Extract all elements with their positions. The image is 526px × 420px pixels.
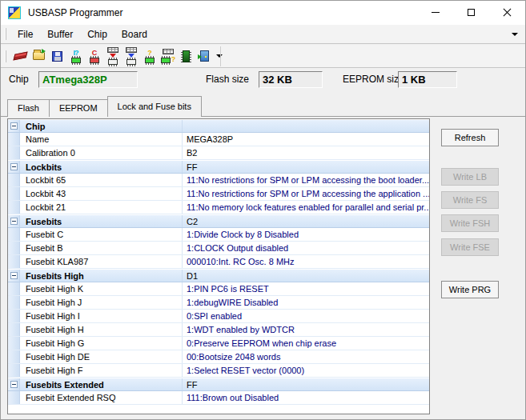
app-window: USBASP Programmer FileBufferChipBoard I?… — [0, 0, 526, 420]
row-value: 11:No restrictions for SPM or LPM access… — [183, 174, 429, 186]
exit-icon[interactable] — [195, 46, 214, 66]
menu-item-buffer[interactable]: Buffer — [40, 26, 80, 43]
tab-lock-and-fuse-bits[interactable]: Lock and Fuse bits — [107, 96, 202, 117]
write-fsh-button[interactable]: Write FSH — [441, 214, 499, 232]
erase-buffer-icon[interactable] — [11, 46, 30, 66]
write-fse-button[interactable]: Write FSE — [441, 238, 499, 256]
row-value: 111:Brown out Disabled — [183, 391, 429, 404]
row-label: Fusebit High H — [20, 323, 183, 336]
write-prg-button[interactable]: Write PRG — [441, 281, 499, 298]
grid-row-lockbit-43[interactable]: Lockbit 4311:No restrictions for SPM or … — [8, 187, 429, 201]
icon-part — [90, 58, 99, 63]
collapse-minus-icon[interactable] — [10, 218, 18, 225]
grid-row-lockbit-65[interactable]: Lockbit 6511:No restrictions for SPM or … — [8, 174, 429, 187]
grid-row-fusebit-high-g[interactable]: Fusebit High G0:Preserve EEPROM when chi… — [8, 337, 429, 350]
menu-item-chip[interactable]: Chip — [80, 26, 114, 43]
close-button[interactable] — [489, 1, 525, 24]
icon-part — [200, 50, 209, 62]
title-bar: USBASP Programmer — [1, 1, 525, 25]
menu-overflow-icon[interactable] — [512, 33, 518, 36]
grid-row-fusebit-high-i[interactable]: Fusebit High I0:SPI enabled — [8, 310, 429, 323]
row-gutter — [8, 337, 20, 350]
row-value — [183, 120, 429, 132]
grid-section-fusebits-extended[interactable]: Fusebits ExtendedFF — [8, 378, 429, 391]
toolbar-grip-handle[interactable] — [5, 50, 6, 62]
toolbar-band-edge — [220, 46, 221, 66]
row-gutter — [8, 255, 20, 268]
save-file-icon[interactable] — [48, 46, 66, 66]
row-gutter — [8, 242, 20, 254]
row-label: Fusebit Extended RSQ — [20, 391, 183, 404]
row-value: B2 — [183, 146, 429, 159]
row-label: Lockbits — [20, 161, 183, 173]
write-flash-icon[interactable] — [122, 46, 140, 66]
toolbar-overflow-icon[interactable] — [216, 54, 223, 58]
maximize-button[interactable] — [453, 1, 489, 24]
icon-part — [12, 221, 16, 222]
grid-row-fusebit-high-f[interactable]: Fusebit High F1:Select RESET vector (000… — [8, 364, 429, 378]
grid-row-fusebit-high-k[interactable]: Fusebit High K1:PIN PC6 is RESET — [8, 282, 429, 296]
icon-part — [12, 166, 16, 167]
row-label: Fusebit High DE — [20, 350, 183, 363]
grid-row-fusebit-b[interactable]: Fusebit B1:CLOCK Output disabled — [8, 242, 429, 255]
read-signature-icon[interactable]: I? — [66, 46, 85, 66]
open-file-icon[interactable] — [30, 46, 48, 66]
row-value: 1:Select RESET vector (0000) — [183, 364, 429, 377]
row-gutter — [8, 161, 20, 173]
grid-section-fusebits-high[interactable]: Fusebits HighD1 — [8, 269, 429, 282]
row-label: Fusebits — [20, 215, 183, 227]
flash-size-field[interactable]: 32 KB — [259, 71, 323, 88]
row-gutter — [8, 187, 20, 200]
read-fuses-icon[interactable]: ? — [159, 46, 177, 66]
icon-part — [126, 47, 137, 53]
eeprom-size-label: EEPROM size — [343, 74, 404, 85]
minimize-button[interactable] — [417, 1, 453, 24]
grid-section-chip[interactable]: Chip — [8, 119, 429, 133]
read-flash-icon[interactable] — [103, 46, 122, 66]
grid-row-name[interactable]: NameMEGA328P — [8, 133, 429, 146]
grid-row-lockbit-21[interactable]: Lockbit 2111:No memory lock features ena… — [8, 201, 429, 214]
erase-chip-icon[interactable]: C — [85, 46, 103, 66]
row-gutter — [8, 174, 20, 186]
grid-row-fusebit-high-j[interactable]: Fusebit High J1:debugWIRE Disabled — [8, 296, 429, 310]
row-label: Fusebit KLA987 — [20, 255, 183, 268]
menu-item-file[interactable]: File — [10, 26, 40, 43]
tab-eeprom[interactable]: EEPROM — [49, 99, 108, 117]
grid-section-fusebits[interactable]: FusebitsC2 — [8, 214, 429, 228]
chip-ic-icon[interactable] — [177, 46, 195, 66]
collapse-minus-icon[interactable] — [10, 122, 18, 130]
collapse-minus-icon[interactable] — [10, 163, 18, 170]
grid-row-fusebit-extended-rsq[interactable]: Fusebit Extended RSQ111:Brown out Disabl… — [8, 391, 429, 405]
collapse-minus-icon[interactable] — [10, 272, 18, 279]
row-gutter — [8, 282, 20, 295]
chip-label: Chip — [9, 74, 29, 85]
grid-row-fusebit-high-de[interactable]: Fusebit High DE00:Bootsize 2048 words — [8, 350, 429, 364]
row-label: Lockbit 65 — [20, 174, 183, 186]
row-gutter — [8, 120, 20, 132]
icon-part — [126, 59, 136, 65]
row-value: 1:WDT enabled by WDTCR — [183, 323, 429, 336]
grid-row-fusebit-kla987[interactable]: Fusebit KLA987000010:Int. RC Osc. 8 MHz — [8, 255, 429, 269]
menu-item-board[interactable]: Board — [114, 26, 155, 43]
write-fs-button[interactable]: Write FS — [441, 191, 499, 209]
minimize-icon — [432, 12, 440, 13]
grid-row-fusebit-high-h[interactable]: Fusebit High H1:WDT enabled by WDTCR — [8, 323, 429, 337]
row-value: 000010:Int. RC Osc. 8 MHz — [183, 255, 429, 268]
chip-value-field[interactable]: ATmega328P — [38, 71, 138, 88]
verify-chip-icon[interactable]: ? — [140, 46, 159, 66]
grid-row-calibration-0[interactable]: Calibration 0B2 — [8, 146, 429, 160]
row-value: 11:No memory lock features enabled for p… — [183, 201, 429, 214]
row-label: Fusebit High I — [20, 310, 183, 322]
write-lb-button[interactable]: Write LB — [441, 168, 499, 186]
eeprom-size-field[interactable]: 1 KB — [398, 71, 457, 88]
refresh-button[interactable]: Refresh — [441, 129, 499, 146]
grid-row-fusebit-c[interactable]: Fusebit C1:Divide Clock by 8 Disabled — [8, 228, 429, 242]
grid-section-lockbits[interactable]: LockbitsFF — [8, 160, 429, 174]
row-gutter — [8, 215, 20, 227]
row-value: FF — [183, 378, 429, 390]
flash-size-label: Flash size — [206, 74, 249, 85]
menu-grip-handle[interactable] — [5, 28, 6, 40]
row-value: 1:Divide Clock by 8 Disabled — [183, 228, 429, 241]
collapse-minus-icon[interactable] — [10, 381, 18, 388]
tab-flash[interactable]: Flash — [7, 99, 50, 117]
